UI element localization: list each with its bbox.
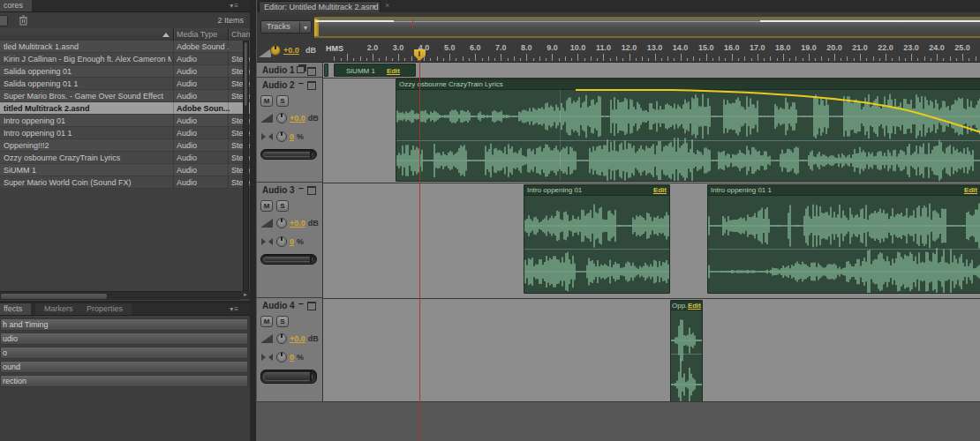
- volume-knob[interactable]: [276, 113, 287, 123]
- file-row[interactable]: Intro oppening 01 1AudioStere: [0, 127, 250, 139]
- panel-gutter[interactable]: [250, 0, 256, 441]
- clip-label: SiUMM 1: [346, 67, 375, 75]
- solo-button[interactable]: S: [276, 316, 289, 327]
- tab-editor[interactable]: Editor: Untitled Multitrack 2.asnd ▾: [259, 1, 381, 12]
- pan-knob[interactable]: [276, 131, 287, 142]
- minimize-icon[interactable]: −: [298, 299, 304, 309]
- file-row[interactable]: Intro oppening 01AudioStere: [0, 115, 250, 127]
- file-row[interactable]: tled Multitrack 1.asndAdobe Sound ...: [0, 41, 250, 53]
- column-media-type[interactable]: Media Type: [177, 30, 217, 39]
- clip-intro-oppening-01-1[interactable]: Intro oppening 01 1 Edit: [707, 184, 980, 294]
- scroll-right-arrow-icon[interactable]: ►: [241, 291, 250, 299]
- minimize-icon[interactable]: −: [298, 183, 304, 193]
- panel-menu-icon[interactable]: ▾≡: [230, 2, 239, 10]
- file-row[interactable]: SiUMM 1AudioStere: [0, 164, 250, 176]
- playhead-line[interactable]: [419, 51, 420, 441]
- maximize-icon[interactable]: [307, 186, 316, 195]
- trash-icon[interactable]: [19, 15, 28, 26]
- master-volume-value[interactable]: +0.0: [283, 46, 299, 55]
- overview-navigator-bar[interactable]: [314, 17, 980, 38]
- effects-task-item[interactable]: udio: [0, 333, 248, 345]
- clip-edit-link[interactable]: Edit: [688, 302, 701, 310]
- file-row-selected[interactable]: titled Multitrack 2.asndAdobe Soun...: [0, 102, 250, 115]
- ruler-tick: [924, 56, 925, 61]
- effects-task-item[interactable]: ound: [0, 361, 248, 373]
- maximize-icon[interactable]: [307, 67, 316, 76]
- file-name: SiUMM 1: [4, 166, 171, 175]
- effects-task-item[interactable]: o: [0, 347, 248, 359]
- clip-ozzy-crazytrain[interactable]: Ozzy osbourne CrazyTrain Lyrics: [396, 78, 980, 182]
- track-pan-value[interactable]: 0: [290, 353, 294, 362]
- file-row[interactable]: Ozzy osbourne CrazyTrain LyricsAudioSter…: [0, 152, 250, 164]
- tracks-dropdown-button[interactable]: Tracks ▾: [260, 20, 312, 34]
- track-header-audio-3[interactable]: Audio 3−MS+0.0dB0%: [257, 183, 323, 298]
- track-pan-value[interactable]: 0: [290, 237, 294, 246]
- clip-intro-oppening-01[interactable]: Intro oppening 01 Edit: [524, 184, 670, 294]
- scrollbar-thumb[interactable]: [244, 41, 248, 107]
- track-volume-value[interactable]: +0.0: [290, 219, 305, 228]
- partial-toolbar-icon[interactable]: [0, 15, 8, 26]
- items-count: 2 Items: [217, 16, 244, 25]
- pan-knob[interactable]: [276, 236, 287, 247]
- file-row[interactable]: Super Mario Bros. - Game Over Sound Effe…: [0, 90, 250, 102]
- file-row[interactable]: Salida oppening 01AudioStere: [0, 65, 250, 78]
- column-channels[interactable]: Chan: [231, 30, 250, 39]
- panel-menu-icon[interactable]: ▾≡: [230, 305, 239, 313]
- restore-icon[interactable]: [297, 66, 305, 73]
- solo-button[interactable]: S: [276, 200, 289, 212]
- track-header-audio-1[interactable]: Audio 1: [257, 63, 323, 78]
- clip-edit-link[interactable]: Edit: [653, 186, 667, 194]
- minimize-icon[interactable]: −: [298, 78, 304, 88]
- ruler-label: 14.0: [669, 43, 692, 52]
- ruler-tick: [571, 58, 572, 61]
- track-pan-value[interactable]: 0: [290, 132, 294, 141]
- maximize-icon[interactable]: [307, 302, 316, 310]
- maximize-icon[interactable]: [307, 81, 316, 90]
- volume-knob[interactable]: [276, 333, 287, 344]
- effects-task-item[interactable]: rection: [0, 375, 248, 387]
- file-row[interactable]: Salida oppening 01 1AudioStere: [0, 78, 250, 90]
- track-volume-value[interactable]: +0.0: [290, 114, 305, 123]
- file-name: Super Mario World Coin (Sound FX): [4, 178, 171, 187]
- track-slider[interactable]: [260, 149, 317, 160]
- tab-effects[interactable]: ffects: [0, 303, 31, 315]
- scrollbar-thumb[interactable]: [0, 293, 108, 300]
- tab-properties[interactable]: Properties: [78, 303, 132, 315]
- file-row[interactable]: Super Mario World Coin (Sound FX)AudioSt…: [0, 176, 250, 189]
- sort-asc-icon[interactable]: [162, 33, 170, 37]
- track-volume-value[interactable]: +0.0: [290, 334, 305, 343]
- mute-button[interactable]: M: [260, 316, 273, 327]
- ruler-label: 20.0: [823, 43, 846, 52]
- clip-siumm-1[interactable]: SiUMM 1 Edit: [334, 64, 416, 77]
- mute-button[interactable]: M: [260, 200, 273, 212]
- files-horizontal-scrollbar[interactable]: [0, 291, 241, 300]
- solo-button[interactable]: S: [276, 95, 289, 107]
- master-volume-unit: dB: [305, 46, 316, 55]
- pan-knob[interactable]: [276, 352, 287, 363]
- track-slider[interactable]: [260, 370, 317, 384]
- effects-task-item[interactable]: h and Timing: [0, 318, 248, 331]
- ruler-tick: [770, 56, 771, 61]
- timeline-tracks[interactable]: Audio 1 Audio 2−MS+0.0dB0%Audio 3−MS+0.0…: [257, 63, 980, 402]
- chevron-down-icon[interactable]: ▾: [373, 2, 376, 12]
- file-row[interactable]: Kirin J Callinan - Big Enough ft. Alex C…: [0, 53, 250, 65]
- track-slider[interactable]: [260, 254, 317, 265]
- volume-envelope[interactable]: [396, 79, 980, 182]
- clip-oppening-short[interactable]: Opp... Edit: [670, 300, 703, 402]
- clip-edit-link[interactable]: Edit: [964, 186, 977, 194]
- files-vertical-scrollbar[interactable]: [243, 41, 249, 291]
- ruler-tick: [674, 58, 675, 61]
- clip-fragment[interactable]: [324, 64, 328, 77]
- tab-files[interactable]: cores: [0, 0, 32, 11]
- mute-button[interactable]: M: [260, 95, 273, 107]
- track-header-audio-4[interactable]: Audio 4−MS+0.0dB0%: [257, 298, 323, 402]
- close-icon[interactable]: ×: [385, 1, 389, 10]
- clip-edit-link[interactable]: Edit: [387, 67, 400, 75]
- ruler-label: 2.0: [361, 43, 384, 52]
- master-volume-knob[interactable]: [270, 45, 281, 56]
- track-header-audio-2[interactable]: Audio 2−MS+0.0dB0%: [257, 78, 323, 183]
- tab-markers[interactable]: Markers: [35, 303, 82, 315]
- volume-knob[interactable]: [276, 218, 287, 228]
- file-row[interactable]: Oppening!!!2AudioStere: [0, 139, 250, 152]
- ruler-tick: [886, 54, 886, 61]
